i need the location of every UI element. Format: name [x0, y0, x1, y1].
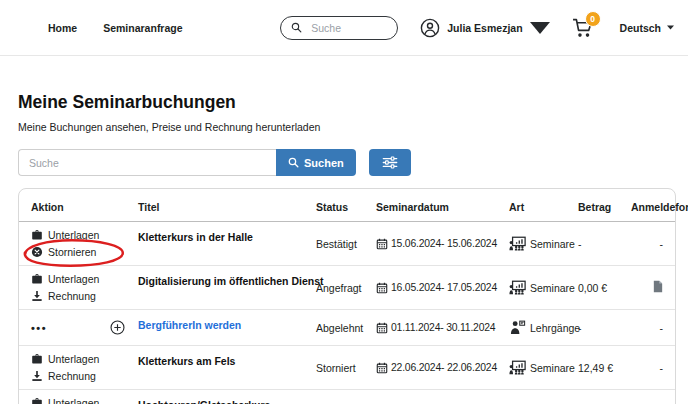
action-label: Unterlagen: [48, 229, 99, 241]
status-text: Bestätigt: [316, 238, 376, 250]
action-label: Unterlagen: [48, 397, 99, 404]
seminar-date: 16.05.2024- 17.05.2024: [376, 282, 509, 294]
seminar-icon: [509, 236, 526, 251]
column-header-seminardatum: Seminardatum: [376, 201, 509, 213]
course-icon: [509, 320, 526, 335]
action-rechnung[interactable]: Rechnung: [31, 290, 96, 302]
download-icon: [31, 370, 43, 382]
action-label: Rechnung: [48, 290, 96, 302]
header-search[interactable]: [280, 16, 398, 40]
column-header-titel: Titel: [138, 201, 316, 213]
table-row: •••BergführerIn werdenAbgelehnt01.11.202…: [19, 310, 675, 346]
table-row: UnterlagenRechnungDigitalisierung im öff…: [19, 266, 675, 310]
header-search-input[interactable]: [309, 21, 385, 35]
action-label: Rechnung: [48, 370, 96, 382]
seminar-title: Hochtouren/Gletscherkurs: [138, 390, 316, 404]
document-icon[interactable]: [653, 280, 663, 293]
calendar-icon: [376, 238, 388, 250]
action-unterlagen[interactable]: Unterlagen: [31, 229, 99, 241]
betrag-value: -: [578, 238, 631, 250]
language-menu[interactable]: Deutsch: [620, 22, 674, 34]
status-text: Abgelehnt: [316, 322, 376, 334]
seminar-title-link[interactable]: BergführerIn werden: [138, 310, 316, 331]
seminar-title: Kletterkurs in der Halle: [138, 222, 316, 243]
table-row: UnterlagenRechnungHochtouren/Gletscherku…: [19, 390, 675, 404]
action-label: Unterlagen: [48, 353, 99, 365]
chevron-down-icon: [667, 25, 674, 30]
table-row: UnterlagenStornierenKletterkurs in der H…: [19, 222, 675, 266]
filter-button[interactable]: [369, 149, 411, 176]
download-icon: [31, 290, 43, 302]
action-label: Unterlagen: [48, 273, 99, 285]
main-nav: Home Seminaranfrage: [48, 22, 183, 34]
column-header-status: Status: [316, 201, 376, 213]
status-text: Storniert: [316, 362, 376, 374]
seminar-date: 15.06.2024- 15.06.2024: [376, 238, 509, 250]
language-label: Deutsch: [620, 22, 661, 34]
anmeldeformular-cell: -: [631, 362, 675, 374]
calendar-icon: [376, 322, 388, 334]
briefcase-icon: [31, 273, 43, 285]
cart-button[interactable]: 0: [572, 18, 594, 38]
seminar-title: Kletterkurs am Fels: [138, 346, 316, 367]
art-label: Seminare: [530, 362, 575, 374]
top-navbar: Home Seminaranfrage Julia Esmezjan 0 Deu…: [0, 0, 688, 56]
cancel-circle-icon: [31, 246, 43, 258]
art-cell: Seminare: [509, 280, 578, 295]
action-expand[interactable]: [110, 320, 125, 335]
search-group: Suchen: [18, 149, 356, 176]
person-circle-icon: [420, 18, 440, 38]
table-body: UnterlagenStornierenKletterkurs in der H…: [19, 222, 675, 404]
page-subtitle: Meine Buchungen ansehen, Preise und Rech…: [18, 121, 320, 133]
briefcase-icon: [31, 353, 43, 365]
page-title: Meine Seminarbuchungen: [18, 92, 236, 113]
art-label: Lehrgänge: [530, 322, 580, 334]
seminar-icon: [509, 280, 526, 295]
search-button[interactable]: Suchen: [276, 149, 356, 176]
column-header-art: Art: [509, 201, 578, 213]
action-cell: UnterlagenRechnung: [31, 347, 138, 388]
calendar-icon: [376, 362, 388, 374]
search-row: Suchen: [18, 149, 411, 176]
nav-seminaranfrage[interactable]: Seminaranfrage: [103, 22, 182, 34]
filter-sliders-icon: [382, 156, 398, 169]
column-header-betrag: Betrag: [578, 201, 631, 213]
search-icon: [288, 157, 299, 168]
table-header-row: AktionTitelStatusSeminardatumArtBetragAn…: [19, 189, 675, 222]
anmeldeformular-cell: -: [631, 322, 675, 334]
column-header-aktion: Aktion: [31, 201, 138, 213]
action-label: Stornieren: [48, 246, 96, 258]
date-range: 15.06.2024- 15.06.2024: [391, 238, 497, 249]
status-text: Angefragt: [316, 282, 376, 294]
user-menu[interactable]: Julia Esmezjan: [420, 18, 549, 38]
app-window: Home Seminaranfrage Julia Esmezjan 0 Deu…: [0, 0, 688, 404]
nav-home[interactable]: Home: [48, 22, 77, 34]
art-cell: Seminare: [509, 236, 578, 251]
action-label: •••: [31, 322, 47, 334]
search-input[interactable]: [18, 149, 276, 176]
plus-circle-icon: [110, 320, 125, 335]
date-range: 16.05.2024- 17.05.2024: [391, 282, 497, 293]
bookings-table: AktionTitelStatusSeminardatumArtBetragAn…: [18, 188, 676, 404]
art-cell: Seminare: [509, 360, 578, 375]
action-cell: UnterlagenStornieren: [31, 223, 138, 264]
betrag-value: -: [578, 322, 631, 334]
seminar-date: 01.11.2024- 30.11.2024: [376, 322, 509, 334]
date-range: 01.11.2024- 30.11.2024: [391, 322, 495, 333]
action-more-actions[interactable]: •••: [31, 322, 47, 334]
action-unterlagen[interactable]: Unterlagen: [31, 273, 99, 285]
briefcase-icon: [31, 397, 43, 404]
action-unterlagen[interactable]: Unterlagen: [31, 397, 99, 404]
search-button-label: Suchen: [304, 157, 344, 169]
action-stornieren[interactable]: Stornieren: [31, 246, 96, 258]
chevron-down-icon: [530, 18, 550, 38]
user-name: Julia Esmezjan: [447, 22, 522, 34]
action-cell: UnterlagenRechnung: [31, 267, 138, 308]
calendar-icon: [376, 282, 388, 294]
seminar-date: 22.06.2024- 22.06.2024: [376, 362, 509, 374]
anmeldeformular-cell: [631, 280, 675, 295]
search-icon: [291, 22, 302, 33]
action-unterlagen[interactable]: Unterlagen: [31, 353, 99, 365]
action-rechnung[interactable]: Rechnung: [31, 370, 96, 382]
briefcase-icon: [31, 229, 43, 241]
